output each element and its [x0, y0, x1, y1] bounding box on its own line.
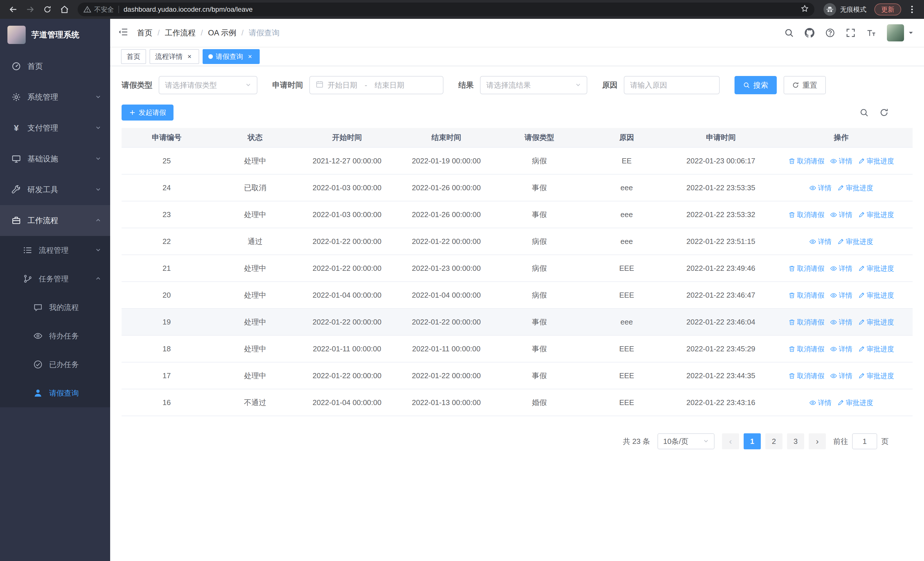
- cell-id: 20: [122, 282, 212, 308]
- leave-type-select[interactable]: 请选择请假类型: [159, 76, 257, 94]
- cancel-action-link[interactable]: 取消请假: [789, 291, 824, 300]
- sidebar-item-my-process[interactable]: 我的流程: [0, 293, 110, 322]
- browser-back-button[interactable]: [6, 2, 21, 17]
- cancel-action-link[interactable]: 取消请假: [789, 371, 824, 381]
- cell-end: 2022-01-11 00:00:00: [396, 335, 497, 362]
- refresh-icon[interactable]: [879, 108, 889, 117]
- progress-action-link[interactable]: 审批进度: [858, 291, 894, 300]
- sidebar-item-process-mgmt[interactable]: 流程管理: [0, 236, 110, 265]
- hide-search-icon[interactable]: [860, 108, 868, 117]
- breadcrumb-item[interactable]: OA 示例: [208, 28, 236, 38]
- user-menu[interactable]: [887, 24, 914, 41]
- calendar-icon: [316, 80, 324, 90]
- detail-action-link[interactable]: 详情: [809, 398, 831, 407]
- search-button[interactable]: 搜索: [735, 76, 777, 94]
- cancel-action-link[interactable]: 取消请假: [789, 156, 824, 165]
- sidebar-item-workflow[interactable]: 工作流程: [0, 205, 110, 236]
- page-size-select[interactable]: 10条/页: [657, 433, 714, 449]
- progress-action-link[interactable]: 审批进度: [837, 398, 873, 407]
- date-range-picker[interactable]: 开始日期 - 结束日期: [309, 76, 444, 94]
- cell-actions: 取消请假详情审批进度: [770, 308, 913, 335]
- reason-input-wrap: [624, 76, 720, 94]
- progress-action-link[interactable]: 审批进度: [858, 156, 894, 165]
- incognito-label: 无痕模式: [840, 5, 866, 14]
- sidebar-collapse-icon[interactable]: [118, 27, 128, 39]
- sidebar-item-todo-tasks[interactable]: 待办任务: [0, 322, 110, 350]
- result-select[interactable]: 请选择流结果: [480, 76, 587, 94]
- detail-action-link[interactable]: 详情: [809, 183, 831, 193]
- browser-menu-icon[interactable]: [906, 5, 918, 14]
- cancel-action-link[interactable]: 取消请假: [789, 210, 824, 220]
- chevron-down-icon: [95, 93, 101, 102]
- close-icon[interactable]: ×: [186, 53, 194, 60]
- breadcrumb-item[interactable]: 工作流程: [165, 28, 196, 38]
- progress-action-link[interactable]: 审批进度: [858, 371, 894, 381]
- close-icon[interactable]: ×: [246, 53, 254, 60]
- sidebar-item-label: 已办任务: [49, 359, 101, 370]
- search-icon[interactable]: [784, 28, 794, 38]
- bookmark-star-icon[interactable]: [801, 5, 809, 15]
- sidebar-item-done-tasks[interactable]: 已办任务: [0, 350, 110, 379]
- github-icon[interactable]: [805, 28, 814, 38]
- detail-action-link[interactable]: 详情: [809, 237, 831, 246]
- progress-action-link[interactable]: 审批进度: [858, 264, 894, 273]
- detail-action-link[interactable]: 详情: [830, 156, 852, 165]
- site-security-indicator[interactable]: 不安全: [83, 5, 114, 14]
- browser-reload-button[interactable]: [40, 2, 55, 17]
- sidebar-item-dev-tools[interactable]: 研发工具: [0, 174, 110, 205]
- trash-icon: [789, 265, 795, 272]
- browser-home-button[interactable]: [57, 2, 72, 17]
- tab-home[interactable]: 首页: [121, 49, 146, 64]
- cell-status: 通过: [212, 228, 298, 255]
- progress-action-link[interactable]: 审批进度: [858, 210, 894, 220]
- detail-action-link[interactable]: 详情: [830, 264, 852, 273]
- detail-action-link[interactable]: 详情: [830, 210, 852, 220]
- page-button-3[interactable]: 3: [787, 433, 804, 449]
- goto-page-input[interactable]: [852, 433, 877, 449]
- start-date-placeholder: 开始日期: [328, 80, 357, 90]
- next-page-button[interactable]: ›: [809, 433, 826, 449]
- tab-process-detail[interactable]: 流程详情 ×: [150, 49, 199, 64]
- cancel-action-link[interactable]: 取消请假: [789, 344, 824, 353]
- detail-action-link[interactable]: 详情: [830, 291, 852, 300]
- page-button-2[interactable]: 2: [765, 433, 783, 449]
- detail-action-link[interactable]: 详情: [830, 371, 852, 381]
- cell-start: 2022-01-04 00:00:00: [298, 389, 396, 416]
- font-size-icon[interactable]: [866, 28, 876, 38]
- reason-input[interactable]: [630, 81, 714, 90]
- sidebar-item-label: 我的流程: [49, 302, 101, 313]
- progress-action-link[interactable]: 审批进度: [837, 183, 873, 193]
- breadcrumb-separator: /: [201, 29, 203, 38]
- prev-page-button[interactable]: ‹: [722, 433, 739, 449]
- cancel-action-link[interactable]: 取消请假: [789, 317, 824, 327]
- sidebar-item-infrastructure[interactable]: 基础设施: [0, 143, 110, 174]
- address-bar[interactable]: 不安全 dashboard.yudao.iocoder.cn/bpm/oa/le…: [78, 3, 814, 16]
- cell-applied: 2022-01-22 23:53:32: [672, 201, 770, 228]
- sidebar-item-system-mgmt[interactable]: 系统管理: [0, 82, 110, 113]
- browser-update-button[interactable]: 更新: [874, 3, 901, 15]
- cancel-action-link[interactable]: 取消请假: [789, 264, 824, 273]
- help-icon[interactable]: [825, 28, 835, 38]
- incognito-spy-icon[interactable]: [824, 3, 836, 16]
- sidebar-item-home[interactable]: 首页: [0, 51, 110, 82]
- progress-action-link[interactable]: 审批进度: [858, 317, 894, 327]
- action-label: 详情: [818, 237, 831, 246]
- progress-action-link[interactable]: 审批进度: [837, 237, 873, 246]
- breadcrumb-item[interactable]: 首页: [137, 28, 152, 38]
- detail-action-link[interactable]: 详情: [830, 317, 852, 327]
- sidebar-item-leave-query[interactable]: 请假查询: [0, 379, 110, 407]
- trash-icon: [789, 319, 795, 326]
- sidebar-item-task-mgmt[interactable]: 任务管理: [0, 265, 110, 293]
- fullscreen-icon[interactable]: [846, 28, 855, 38]
- browser-forward-button[interactable]: [23, 2, 38, 17]
- pagination-pages: 123: [744, 433, 804, 449]
- progress-action-link[interactable]: 审批进度: [858, 344, 894, 353]
- cell-applied: 2022-01-22 23:44:35: [672, 362, 770, 389]
- create-leave-button[interactable]: 发起请假: [122, 105, 174, 120]
- reset-button[interactable]: 重置: [784, 76, 826, 94]
- detail-action-link[interactable]: 详情: [830, 344, 852, 353]
- sidebar-item-payment-mgmt[interactable]: ¥ 支付管理: [0, 113, 110, 143]
- edit-icon: [858, 211, 865, 218]
- page-button-1[interactable]: 1: [744, 433, 761, 449]
- tab-leave-query[interactable]: 请假查询 ×: [202, 49, 260, 64]
